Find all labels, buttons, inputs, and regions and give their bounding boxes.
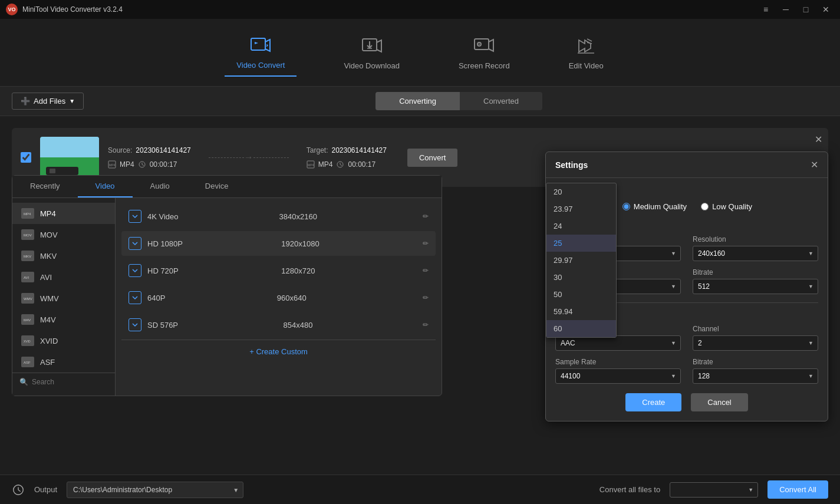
target-duration: 00:00:17 — [348, 160, 375, 169]
res-item-hd720[interactable]: HD 720P 1280x720 ✏ — [121, 258, 436, 283]
add-icon: ➕ — [21, 97, 30, 106]
convert-all-button[interactable]: Convert All — [767, 480, 828, 499]
convert-all-format-select[interactable] — [670, 482, 758, 498]
res-item-hd1080[interactable]: HD 1080P 1920x1080 ✏ — [121, 231, 436, 256]
tab-device[interactable]: Device — [187, 176, 246, 197]
res-576p-edit-icon[interactable]: ✏ — [423, 321, 429, 329]
format-label-m4v: M4V — [40, 315, 56, 324]
format-item-mov[interactable]: MOV MOV — [12, 224, 115, 245]
convert-button[interactable]: Convert — [407, 149, 458, 167]
title-bar-controls: ≡ ─ □ ✕ — [757, 4, 834, 15]
format-label-mov: MOV — [40, 230, 58, 239]
settings-close-button[interactable]: ✕ — [811, 159, 818, 170]
framerate-option-5994[interactable]: 59.94 — [546, 303, 616, 320]
framerate-option-2997[interactable]: 29.97 — [546, 252, 616, 269]
res-hd720-edit-icon[interactable]: ✏ — [423, 266, 429, 275]
svg-line-38 — [18, 490, 21, 492]
output-path-input[interactable] — [67, 482, 243, 498]
nav-edit-video-label: Edit Video — [569, 61, 604, 70]
search-input[interactable] — [32, 378, 103, 386]
resolution-select[interactable]: 240x160 — [693, 246, 818, 261]
framerate-option-24[interactable]: 24 — [546, 218, 616, 235]
maximize-button[interactable]: □ — [798, 4, 814, 15]
audio-samplerate-select[interactable]: 44100 — [555, 368, 681, 384]
svg-text:ASF: ASF — [24, 361, 31, 364]
minimize-button[interactable]: ─ — [778, 4, 794, 15]
arrow-separator: → — [209, 152, 289, 163]
source-target-info: Source: 20230614141427 MP4 MP4 00:00:17 … — [108, 146, 387, 169]
format-item-mkv[interactable]: MKV MKV — [12, 245, 115, 266]
format-item-wmv[interactable]: WMV WMV — [12, 288, 115, 309]
framerate-option-2397[interactable]: 23.97 — [546, 200, 616, 218]
res-item-4k[interactable]: 4K Video 3840x2160 ✏ — [121, 204, 436, 229]
app-title: MiniTool Video Converter v3.2.4 — [22, 5, 123, 14]
res-hd1080-edit-icon[interactable]: ✏ — [423, 239, 429, 248]
res-item-640p[interactable]: 640P 960x640 ✏ — [121, 285, 436, 310]
res-item-576p[interactable]: SD 576P 854x480 ✏ — [121, 312, 436, 337]
format-item-asf[interactable]: ASF ASF — [12, 351, 115, 373]
format-item-xvid[interactable]: XVID XVID — [12, 330, 115, 351]
format-label-wmv: WMV — [40, 294, 59, 303]
source-format: MP4 — [120, 160, 134, 169]
tab-video[interactable]: Video — [78, 176, 133, 197]
convert-all-label: Convert all files to — [599, 485, 660, 494]
menu-button[interactable]: ≡ — [757, 4, 774, 15]
nav-video-convert-label: Video Convert — [236, 61, 285, 70]
wmv-format-icon: WMV — [21, 293, 34, 304]
audio-bitrate-select[interactable]: 128 — [693, 368, 818, 384]
quality-medium[interactable]: Medium Quality — [622, 202, 687, 211]
framerate-option-50[interactable]: 50 — [546, 286, 616, 303]
format-item-m4v[interactable]: M4V M4V — [12, 309, 115, 330]
svg-text:AVI: AVI — [24, 276, 29, 279]
framerate-option-20[interactable]: 20 — [546, 183, 616, 200]
source-name: 20230614141427 — [136, 146, 190, 154]
settings-actions: Create Cancel — [555, 393, 818, 411]
xvid-format-icon: XVID — [21, 335, 34, 346]
quality-low-radio[interactable] — [701, 203, 709, 210]
output-label: Output — [34, 485, 57, 494]
bitrate-select[interactable]: 512 — [693, 279, 818, 294]
res-576p-icon — [129, 318, 141, 331]
format-panel: Recently Video Audio Device MP4 MP4 MOV … — [12, 175, 442, 396]
tab-audio[interactable]: Audio — [133, 176, 187, 197]
framerate-option-25[interactable]: 25 — [546, 235, 616, 252]
file-checkbox[interactable] — [21, 152, 31, 163]
quality-low-label: Low Quality — [712, 202, 752, 211]
format-list: MP4 MP4 MOV MOV MKV MKV — [12, 198, 116, 396]
add-files-button[interactable]: ➕ Add Files ▼ — [12, 93, 84, 110]
resolution-list: 4K Video 3840x2160 ✏ HD 1080P 1920x1080 … — [116, 198, 442, 396]
res-hd720-value: 1280x720 — [281, 266, 315, 275]
create-custom-button[interactable]: + Create Custom — [121, 340, 436, 363]
res-4k-edit-icon[interactable]: ✏ — [423, 212, 429, 220]
target-format: MP4 — [318, 160, 333, 169]
tab-recently[interactable]: Recently — [12, 176, 78, 197]
create-button[interactable]: Create — [625, 393, 681, 411]
framerate-option-30[interactable]: 30 — [546, 269, 616, 286]
close-button[interactable]: ✕ — [818, 4, 834, 15]
nav-screen-record[interactable]: Screen Record — [447, 29, 522, 76]
settings-title: Settings — [555, 160, 588, 170]
svg-line-7 — [587, 39, 592, 41]
framerate-option-60[interactable]: 60 — [546, 320, 616, 337]
settings-body: Quality High Quality Medium Quality Low … — [546, 178, 828, 421]
tab-converted[interactable]: Converted — [460, 92, 542, 110]
format-item-mp4[interactable]: MP4 MP4 — [12, 203, 115, 224]
nav-edit-video[interactable]: Edit Video — [557, 29, 615, 76]
bitrate-select-wrapper: 512 — [693, 279, 818, 294]
create-custom-label: + Create Custom — [249, 347, 308, 356]
res-hd720-icon — [129, 264, 141, 277]
quality-medium-radio[interactable] — [622, 203, 630, 210]
audio-channel-select[interactable]: 2 — [693, 335, 818, 351]
tab-converting[interactable]: Converting — [375, 92, 460, 110]
quality-low[interactable]: Low Quality — [701, 202, 752, 211]
res-640p-edit-icon[interactable]: ✏ — [423, 294, 429, 302]
nav-video-download[interactable]: Video Download — [332, 29, 411, 76]
close-file-button[interactable]: ✕ — [815, 134, 822, 145]
cancel-button[interactable]: Cancel — [691, 393, 747, 411]
res-4k-value: 3840x2160 — [279, 212, 317, 221]
toolbar: ➕ Add Files ▼ Converting Converted — [0, 87, 840, 116]
format-label-mkv: MKV — [40, 252, 57, 261]
format-item-avi[interactable]: AVI AVI — [12, 266, 115, 288]
nav-video-convert[interactable]: Video Convert — [225, 29, 297, 77]
source-format-icon: MP4 — [108, 160, 116, 169]
